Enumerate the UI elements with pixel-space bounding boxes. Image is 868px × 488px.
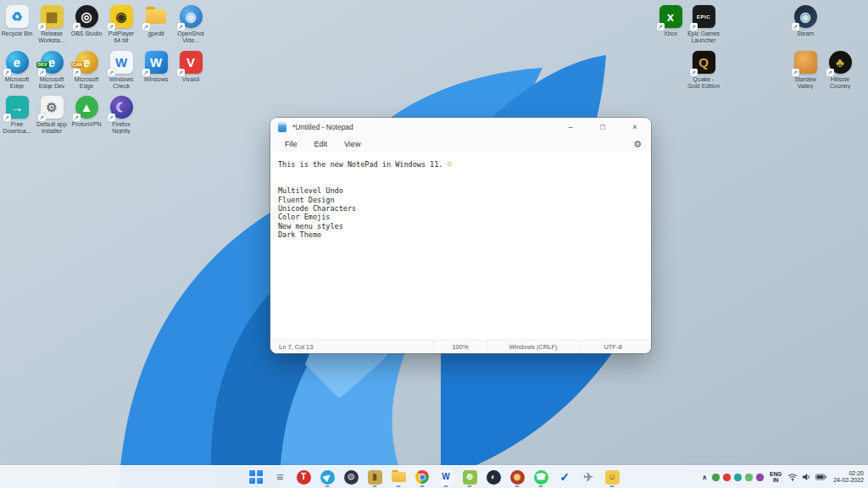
desktop-icon-label: Xbox: [654, 30, 687, 37]
desktop-icon-recycle-bin[interactable]: ♻Recycle Bin: [0, 5, 34, 37]
firefox-nightly-icon: ☾: [115, 101, 126, 114]
tray-app-5-icon[interactable]: [756, 474, 764, 481]
taskbar-app-dark-swirl[interactable]: ◐: [483, 467, 504, 487]
taskbar-todo-check[interactable]: ✓: [554, 467, 575, 487]
clock-time: 02:20: [849, 470, 864, 476]
desktop-icon-openshot-video[interactable]: ◉↗OpenShot Vide...: [174, 5, 208, 43]
tray-chevron-up-icon[interactable]: ∧: [702, 474, 707, 481]
desktop-icon-microsoft-edge-dev[interactable]: e↗DEVMicrosoft Edge Dev: [35, 51, 69, 89]
epic-games-launcher-icon: EPIC: [697, 14, 710, 19]
desktop-icon-default-app-installer[interactable]: ⚙↗Default app installer: [35, 96, 69, 134]
tray-app-4-icon[interactable]: [745, 474, 753, 481]
running-indicator: [468, 485, 472, 488]
windows-icon: W: [150, 56, 162, 69]
menu-file[interactable]: File: [276, 137, 306, 151]
running-indicator: [610, 485, 615, 488]
shortcut-arrow-icon: ↗: [690, 69, 698, 76]
desktop-icon-label: OpenShot Vide...: [174, 30, 208, 43]
taskbar-telegram[interactable]: ▶: [317, 467, 337, 487]
desktop-icon-label: Recycle Bin: [0, 30, 34, 37]
shortcut-arrow-icon: ↗: [657, 23, 665, 30]
tray-app-3-icon[interactable]: [734, 474, 742, 481]
system-tray: ∧ ENG IN: [702, 466, 864, 488]
desktop-icon-vivaldi[interactable]: V↗Vivaldi: [174, 51, 208, 83]
desktop-icon-label: Free Downloa...: [0, 121, 34, 134]
desktop-icon-label: Release Worksta...: [35, 30, 69, 43]
taskbar-file-explorer[interactable]: [388, 467, 409, 487]
chrome-icon: [415, 470, 429, 484]
desktop-icon-microsoft-edge-canary[interactable]: e↗CANMicrosoft Edge Canary: [70, 51, 103, 90]
desktop-icon-windows[interactable]: W↗Windows: [139, 51, 173, 83]
desktop-icon-protonvpn[interactable]: ▲↗ProtonVPN: [70, 96, 103, 128]
desktop-icon-potplayer[interactable]: ◉↗PotPlayer 64 bit: [104, 5, 138, 43]
taskbar-whatsapp[interactable]: ☎: [531, 467, 551, 487]
taskbar-app-red[interactable]: ◉: [507, 467, 527, 487]
potplayer-icon: ◉: [115, 10, 126, 23]
maximize-button[interactable]: □: [587, 118, 619, 136]
encoding[interactable]: UTF-8: [579, 341, 646, 353]
language-indicator[interactable]: ENG IN: [768, 471, 783, 483]
taskbar-app-pin[interactable]: ✈: [578, 467, 598, 487]
taskbar-center-icons: ≡T▶⊙▮W⊚◐◉☎✓✈☺: [246, 466, 622, 488]
running-indicator: [420, 485, 425, 488]
close-button[interactable]: ×: [619, 118, 651, 136]
battery-icon[interactable]: [815, 474, 826, 480]
taskbar-app-list[interactable]: ≡: [270, 467, 290, 487]
menu-edit[interactable]: Edit: [306, 137, 337, 151]
shortcut-arrow-icon: ↗: [73, 69, 81, 76]
running-indicator: [373, 485, 377, 488]
desktop-icon-label: Steam: [788, 30, 822, 37]
taskbar-chrome[interactable]: [412, 467, 432, 487]
desktop-icon-windows-check[interactable]: W↗Windows Check: [104, 51, 138, 89]
desktop-icon-obs-studio[interactable]: ◎↗OBS Studio: [70, 5, 103, 37]
desktop-icon-xbox[interactable]: x↗Xbox: [654, 5, 687, 37]
shortcut-arrow-icon: ↗: [73, 114, 81, 121]
shortcut-arrow-icon: ↗: [792, 69, 799, 76]
desktop-icon-firefox-nightly[interactable]: ☾↗Firefox Nightly: [104, 96, 138, 134]
desktop-icon-label: ProtonVPN: [70, 121, 103, 128]
volume-icon[interactable]: [802, 473, 811, 481]
folder-icon: [392, 472, 406, 482]
desktop-icon-free-download-manager[interactable]: →↗Free Downloa...: [0, 96, 34, 134]
microsoft-edge-dev-icon: e: [48, 56, 55, 69]
desktop-icon-epic-games-launcher[interactable]: EPIC↗Epic Games Launcher: [687, 5, 721, 43]
taskbar-office-word[interactable]: W: [436, 467, 456, 487]
text-editor-area[interactable]: This is the new NotePad in Windows 11. ☺…: [270, 152, 651, 340]
zoom-level[interactable]: 100%: [433, 341, 487, 353]
running-indicator: [444, 485, 448, 488]
desktop-icon-stardew-valley[interactable]: ↗Stardew Valley: [788, 51, 822, 89]
notepad-titlebar[interactable]: *Untitled - Notepad – □ ×: [270, 118, 651, 136]
taskbar-app-gold[interactable]: ▮: [364, 467, 385, 487]
tray-app-1-icon[interactable]: [712, 474, 720, 481]
taskbar-rss-reader[interactable]: ⊚: [459, 467, 480, 487]
default-app-installer-icon: ⚙: [46, 101, 57, 114]
taskbar-app-emoji[interactable]: ☺: [602, 467, 622, 487]
obs-studio-icon: ◎: [81, 10, 92, 23]
shortcut-arrow-icon: ↗: [690, 23, 698, 30]
line-ending[interactable]: Windows (CRLF): [487, 341, 579, 353]
shortcut-arrow-icon: ↗: [826, 69, 834, 76]
desktop-icon-label: PotPlayer 64 bit: [104, 30, 138, 43]
wifi-icon[interactable]: [787, 473, 798, 481]
shortcut-arrow-icon: ↗: [38, 23, 46, 30]
tray-app-2-icon[interactable]: [723, 474, 731, 481]
taskbar-app-lock[interactable]: ⊙: [341, 467, 361, 487]
taskbar-clock[interactable]: 02:20 24-02-2022: [831, 470, 864, 485]
taskbar-app-media-t[interactable]: T: [293, 467, 314, 487]
settings-gear-icon[interactable]: ⚙: [633, 140, 642, 149]
menu-view[interactable]: View: [336, 137, 369, 151]
app-lock-icon: ⊙: [348, 473, 354, 481]
app-dark-swirl-icon: ◐: [491, 473, 496, 481]
desktop-icon-gpedit[interactable]: ↗gpedit: [139, 5, 173, 37]
text-line: [278, 169, 651, 177]
windows-logo-icon: [249, 470, 263, 484]
taskbar-start[interactable]: [246, 467, 266, 487]
desktop-icon-hillside-country[interactable]: ♣↗Hillside Country: [823, 51, 857, 89]
minimize-button[interactable]: –: [554, 118, 587, 136]
desktop-icon-microsoft-edge[interactable]: e↗Microsoft Edge: [0, 51, 34, 89]
desktop-icon-quake-gold-edition[interactable]: Q↗Quake - Gold Edition: [687, 51, 721, 89]
desktop-icon-steam[interactable]: ◉↗Steam: [788, 5, 822, 37]
folder-icon: [146, 9, 166, 24]
app-pin-icon: ✈: [583, 471, 593, 483]
desktop-icon-release-workstation[interactable]: ▦↗Release Worksta...: [35, 5, 69, 43]
